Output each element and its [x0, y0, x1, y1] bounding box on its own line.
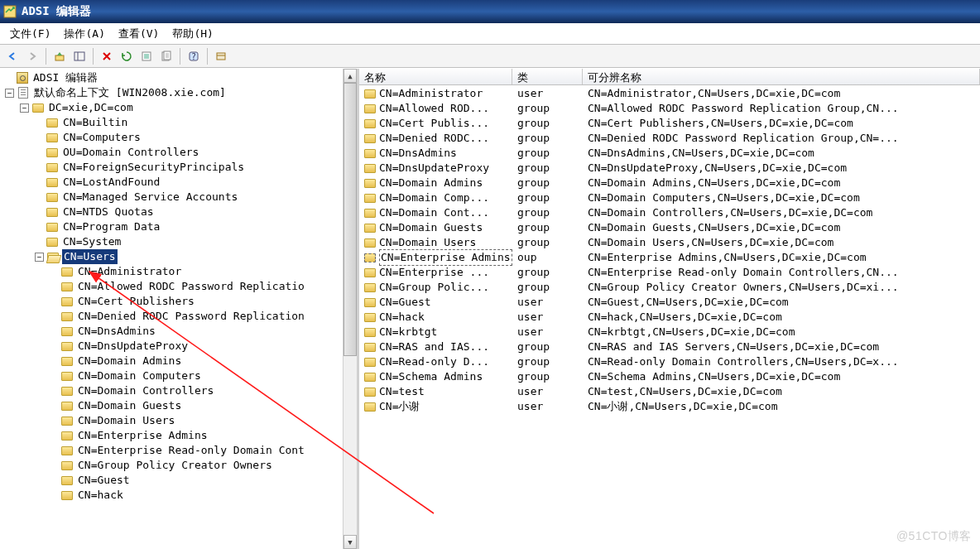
folder-icon	[364, 238, 376, 248]
tree-item[interactable]: CN=LostAndFound	[0, 175, 357, 190]
tree-item[interactable]: CN=Guest	[0, 473, 357, 488]
tree-toggle[interactable]: −	[35, 253, 44, 262]
tree-item[interactable]: CN=Cert Publishers	[0, 294, 357, 309]
tree-item[interactable]: CN=DnsAdmins	[0, 324, 357, 339]
tree-scrollbar[interactable]: ▲ ▼	[343, 69, 357, 549]
cell-name: CN=Domain Comp...	[359, 190, 512, 205]
col-header-class[interactable]: 类	[512, 69, 583, 84]
tree-item-label: CN=LostAndFound	[61, 175, 161, 190]
tree-item[interactable]: CN=Group Policy Creator Owners	[0, 458, 357, 473]
container-button[interactable]	[212, 47, 230, 65]
help-button[interactable]: ?	[185, 47, 203, 65]
tree-pane[interactable]: ADSI 编辑器−默认命名上下文 [WIN2008.xie.com]−DC=xi…	[0, 69, 359, 549]
tree-item-label: CN=Domain Users	[76, 413, 176, 428]
tree-item[interactable]: CN=Domain Computers	[0, 368, 357, 383]
col-header-dn[interactable]: 可分辨名称	[583, 69, 980, 84]
list-row[interactable]: CN=Enterprise ...groupCN=Enterprise Read…	[359, 265, 980, 280]
list-row[interactable]: CN=Cert Publis...groupCN=Cert Publishers…	[359, 116, 980, 131]
cell-dn: CN=Cert Publishers,CN=Users,DC=xie,DC=co…	[583, 116, 980, 131]
list-row[interactable]: CN=DnsUpdateProxygroupCN=DnsUpdateProxy,…	[359, 161, 980, 176]
nav-forward-button[interactable]	[23, 47, 41, 65]
list-row[interactable]: CN=Domain GuestsgroupCN=Domain Guests,CN…	[359, 220, 980, 235]
tree-item[interactable]: CN=ForeignSecurityPrincipals	[0, 160, 357, 175]
folder-icon	[364, 358, 376, 367]
col-header-name[interactable]: 名称	[359, 69, 512, 84]
list-row[interactable]: CN=Domain UsersgroupCN=Domain Users,CN=U…	[359, 235, 980, 250]
tree-item[interactable]: CN=Program Data	[0, 219, 357, 234]
list-row[interactable]: CN=小谢userCN=小谢,CN=Users,DC=xie,DC=com	[359, 399, 980, 414]
folder-icon	[364, 179, 376, 188]
list-row[interactable]: CN=testuserCN=test,CN=Users,DC=xie,DC=co…	[359, 384, 980, 399]
list-row[interactable]: CN=Allowed ROD...groupCN=Allowed RODC Pa…	[359, 101, 980, 116]
list-row[interactable]: CN=Enterprise AdminsoupCN=Enterprise Adm…	[359, 250, 980, 265]
properties-button[interactable]	[157, 47, 175, 65]
tree-item-label: CN=DnsAdmins	[76, 324, 157, 339]
tree-item[interactable]: CN=Enterprise Read-only Domain Cont	[0, 443, 357, 458]
tree-item[interactable]: CN=Computers	[0, 130, 357, 145]
tree-item[interactable]: CN=Domain Controllers	[0, 383, 357, 398]
menu-file[interactable]: 文件(F)	[3, 25, 57, 43]
tree-item-label: CN=Allowed RODC Password Replicatio	[76, 279, 306, 294]
export-list-button[interactable]	[137, 47, 156, 65]
tree-item[interactable]: CN=Managed Service Accounts	[0, 190, 357, 205]
tree-item[interactable]: CN=Denied RODC Password Replication	[0, 309, 357, 324]
tree-item[interactable]: −默认命名上下文 [WIN2008.xie.com]	[0, 85, 357, 100]
cell-class: group	[512, 190, 583, 205]
tree-item-label: CN=Group Policy Creator Owners	[76, 458, 274, 473]
cell-class: group	[512, 116, 583, 131]
tree-item[interactable]: ADSI 编辑器	[0, 70, 357, 85]
tree-item[interactable]: OU=Domain Controllers	[0, 145, 357, 160]
tree-item-label: CN=Administrator	[76, 264, 183, 279]
folder-icon	[46, 206, 59, 218]
tree-item[interactable]: −CN=Users	[0, 249, 357, 264]
tree-toggle[interactable]: −	[5, 89, 14, 98]
scroll-thumb[interactable]	[343, 83, 357, 356]
list-row[interactable]: CN=hackuserCN=hack,CN=Users,DC=xie,DC=co…	[359, 310, 980, 325]
show-hide-tree-button[interactable]	[70, 47, 89, 65]
list-row[interactable]: CN=Read-only D...groupCN=Read-only Domai…	[359, 354, 980, 369]
menu-action[interactable]: 操作(A)	[57, 25, 111, 43]
tree-item[interactable]: CN=Enterprise Admins	[0, 428, 357, 443]
cell-class: user	[512, 399, 583, 414]
tree-item[interactable]: CN=Builtin	[0, 115, 357, 130]
tree-item[interactable]: CN=hack	[0, 488, 357, 503]
cell-name: CN=Enterprise Admins	[359, 249, 512, 266]
tree-item[interactable]: CN=NTDS Quotas	[0, 205, 357, 219]
menu-help[interactable]: 帮助(H)	[166, 25, 219, 43]
tree-item-label: CN=Computers	[61, 130, 142, 145]
tree-item[interactable]: CN=Allowed RODC Password Replicatio	[0, 279, 357, 294]
scroll-up-button[interactable]: ▲	[343, 69, 357, 83]
scroll-down-button[interactable]: ▼	[343, 535, 357, 549]
tree-toggle[interactable]: −	[20, 104, 29, 113]
tree-item[interactable]: CN=Domain Users	[0, 413, 357, 428]
list-row[interactable]: CN=RAS and IAS...groupCN=RAS and IAS Ser…	[359, 340, 980, 354]
menu-view[interactable]: 查看(V)	[112, 25, 166, 43]
list-row[interactable]: CN=Denied RODC...groupCN=Denied RODC Pas…	[359, 131, 980, 146]
tree-item[interactable]: CN=Domain Guests	[0, 398, 357, 413]
list-row[interactable]: CN=Group Polic...groupCN=Group Policy Cr…	[359, 280, 980, 295]
tree-item[interactable]: CN=Domain Admins	[0, 354, 357, 368]
list-row[interactable]: CN=krbtgtuserCN=krbtgt,CN=Users,DC=xie,D…	[359, 325, 980, 340]
tree-item[interactable]: −DC=xie,DC=com	[0, 100, 357, 115]
delete-button[interactable]	[98, 47, 116, 65]
folder-icon	[31, 102, 45, 113]
list-row[interactable]: CN=Domain AdminsgroupCN=Domain Admins,CN…	[359, 176, 980, 190]
tree-item[interactable]: CN=Administrator	[0, 264, 357, 279]
list-row[interactable]: CN=Domain Cont...groupCN=Domain Controll…	[359, 205, 980, 220]
list-row[interactable]: CN=Schema AdminsgroupCN=Schema Admins,CN…	[359, 369, 980, 384]
tree-item-label: CN=Users	[62, 249, 118, 264]
nav-back-button[interactable]	[3, 47, 22, 65]
cell-name: CN=Group Polic...	[359, 280, 512, 295]
up-button[interactable]	[50, 47, 69, 65]
list-row[interactable]: CN=DnsAdminsgroupCN=DnsAdmins,CN=Users,D…	[359, 146, 980, 161]
list-row[interactable]: CN=AdministratoruserCN=Administrator,CN=…	[359, 86, 980, 101]
refresh-button[interactable]	[118, 47, 136, 65]
tree-item[interactable]: CN=System	[0, 234, 357, 249]
folder-icon	[46, 251, 60, 262]
tree-item-label: CN=Enterprise Read-only Domain Cont	[76, 443, 306, 458]
tree-item[interactable]: CN=DnsUpdateProxy	[0, 339, 357, 354]
list-row[interactable]: CN=Domain Comp...groupCN=Domain Computer…	[359, 190, 980, 205]
window-title: ADSI 编辑器	[22, 4, 91, 19]
list-row[interactable]: CN=GuestuserCN=Guest,CN=Users,DC=xie,DC=…	[359, 295, 980, 310]
cell-class: group	[512, 369, 583, 384]
